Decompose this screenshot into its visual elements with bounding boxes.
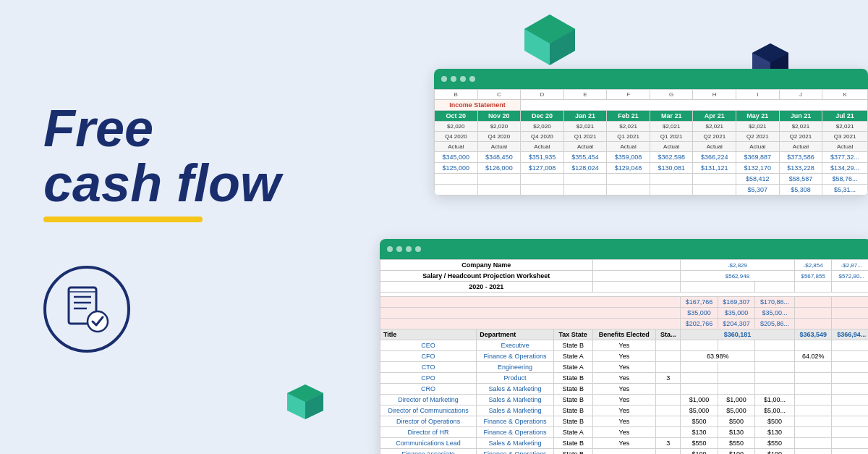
period-feb21: Feb 21 (607, 111, 650, 122)
window-top-bar-2 (380, 239, 868, 259)
hero-title: Free cash flow (43, 101, 333, 211)
salary-projection-table: Company Name -$2,829 -$2,854 -$2,87... S… (380, 259, 868, 454)
col-f: F (607, 90, 650, 100)
employee-row-comms-lead: Communications Lead Sales & Marketing St… (380, 438, 869, 449)
window-dot-5 (387, 246, 393, 252)
period-nov20: Nov 20 (477, 111, 521, 122)
col-sta: Sta... (656, 329, 681, 340)
window-dot-1 (441, 76, 447, 82)
company-name-cell: Company Name (380, 260, 593, 271)
decoration-teal-bottom-left (286, 382, 326, 425)
col-b: B (435, 90, 478, 100)
col-title: Title (380, 329, 477, 340)
employee-row-cto: CTO Engineering State A Yes (380, 362, 869, 373)
window-dot-3 (460, 76, 466, 82)
window-dot-4 (469, 76, 475, 82)
period-apr21: Apr 21 (693, 111, 736, 122)
employee-row-cpo: CPO Product State B Yes 3 (380, 373, 869, 384)
window-dot-7 (406, 246, 412, 252)
col-d: D (521, 90, 564, 100)
col-k: K (822, 90, 868, 100)
col-c: C (477, 90, 521, 100)
col-department: Department (477, 329, 554, 340)
document-icon-circle (43, 266, 130, 353)
window-dot-2 (451, 76, 456, 82)
worksheet-title-cell: Salary / Headcount Projection Worksheet (380, 271, 593, 282)
svg-point-6 (88, 311, 108, 332)
income-statement-table: B C D E F G H I J K Income Statement Oct… (434, 89, 868, 196)
window-dot-6 (396, 246, 402, 252)
col-h: H (693, 90, 736, 100)
decoration-teal-top (521, 11, 579, 72)
employee-row-dir-marketing: Director of Marketing Sales & Marketing … (380, 395, 869, 405)
year-range-cell: 2020 - 2021 (380, 282, 593, 293)
period-jun21: Jun 21 (779, 111, 822, 122)
income-statement-label: Income Statement (435, 100, 521, 111)
period-may21: May 21 (736, 111, 780, 122)
window-dot-8 (415, 246, 421, 252)
employee-row-dir-hr: Director of HR Finance & Operations Stat… (380, 427, 869, 438)
period-mar21: Mar 21 (650, 111, 693, 122)
title-underline (43, 217, 203, 222)
employee-row-dir-communications: Director of Communications Sales & Marke… (380, 405, 869, 416)
window-top-bar-1 (434, 69, 868, 89)
employee-row-cro: CRO Sales & Marketing State B Yes (380, 384, 869, 395)
title-line2: cash flow (43, 154, 281, 212)
col-benefits: Benefits Elected (592, 329, 656, 340)
employee-row-finance-associate: Finance Associate Finance & Operations S… (380, 449, 869, 455)
col-g: G (650, 90, 693, 100)
col-tax-state: Tax State (553, 329, 592, 340)
top-spreadsheet: B C D E F G H I J K Income Statement Oct… (434, 69, 868, 196)
title-line1: Free (43, 99, 153, 157)
period-jul21: Jul 21 (822, 111, 868, 122)
document-checkmark-icon (61, 284, 112, 335)
employee-row-cfo: CFO Finance & Operations State A Yes 63.… (380, 351, 869, 362)
period-dec20: Dec 20 (521, 111, 564, 122)
employee-row-dir-operations: Director of Operations Finance & Operati… (380, 416, 869, 427)
period-jan21: Jan 21 (563, 111, 607, 122)
employee-row-ceo: CEO Executive State B Yes (380, 340, 869, 351)
col-j: J (779, 90, 822, 100)
bottom-spreadsheet: Company Name -$2,829 -$2,854 -$2,87... S… (380, 239, 868, 454)
col-e: E (563, 90, 607, 100)
col-i: I (736, 90, 780, 100)
period-oct20: Oct 20 (435, 111, 478, 122)
